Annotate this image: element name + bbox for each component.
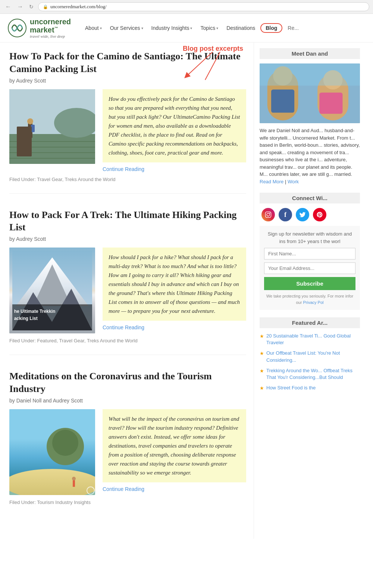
chevron-down-icon: ▾ — [216, 26, 218, 30]
work-with-link[interactable]: Work — [288, 179, 299, 184]
svg-point-25 — [9, 469, 95, 495]
social-icons: f — [260, 208, 360, 221]
svg-point-29 — [72, 477, 76, 480]
url-text: uncorneredmarket.com/blog/ — [50, 4, 107, 10]
twitter-icon[interactable] — [296, 208, 309, 221]
post-body-2: he Ultimate Trekkin acking List How shou… — [9, 248, 246, 333]
svg-point-27 — [52, 430, 78, 456]
nav-industry-insights[interactable]: Industry Insights ▾ — [148, 24, 195, 32]
post-excerpt-2: How should I pack for a hike? What shoul… — [103, 248, 246, 321]
main-content: How To Pack for the Camino de Santiago: … — [0, 43, 254, 539]
svg-point-41 — [269, 213, 270, 214]
svg-text:acking List: acking List — [14, 316, 38, 321]
logo-name: uncornered market™ — [30, 18, 71, 34]
featured-title: Featured Ar... — [260, 317, 360, 328]
pinterest-icon[interactable] — [313, 208, 326, 221]
privacy-link[interactable]: Privacy Pol — [303, 300, 323, 305]
chevron-down-icon: ▾ — [100, 26, 102, 30]
nav-blog[interactable]: Blog — [260, 23, 282, 33]
url-bar[interactable]: 🔒 uncorneredmarket.com/blog/ — [38, 2, 369, 11]
post-image-3 — [9, 409, 95, 495]
instagram-icon[interactable] — [261, 208, 275, 221]
chevron-down-icon: ▾ — [141, 26, 143, 30]
lock-icon: 🔒 — [43, 4, 48, 9]
featured-link-3[interactable]: Trekking Around the Wo... Offbeat Treks … — [266, 367, 360, 381]
star-icon-1: ★ — [260, 333, 264, 339]
post-title-3: Meditations on the Coronavirus and the T… — [9, 370, 246, 395]
featured-item-3: ★ Trekking Around the Wo... Offbeat Trek… — [260, 367, 360, 381]
read-more-link[interactable]: Read More — [260, 179, 283, 184]
svg-rect-5 — [9, 134, 95, 164]
nav-our-services[interactable]: Our Services ▾ — [107, 24, 146, 32]
svg-text:he Ultimate Trekkin: he Ultimate Trekkin — [14, 309, 56, 314]
featured-link-2[interactable]: Our Offbeat Travel List: You're Not Cons… — [266, 350, 360, 363]
post-excerpt-1: How do you effectively pack for the Cami… — [103, 89, 246, 162]
trekking-image: he Ultimate Trekkin acking List — [9, 248, 95, 333]
nav-destinations[interactable]: Destinations — [223, 24, 258, 32]
privacy-text: We take protecting you seriously. For mo… — [264, 293, 355, 305]
sidebar: Meet Dan and — [254, 43, 366, 539]
subscribe-button[interactable]: Subscribe — [264, 277, 355, 290]
star-icon-2: ★ — [260, 351, 264, 356]
post-author-2: by Audrey Scott — [9, 236, 246, 242]
blog-post-2: How to Pack For A Trek: The Ultimate Hik… — [9, 209, 246, 355]
chevron-down-icon: ▾ — [190, 26, 192, 30]
meet-dan-photo — [260, 63, 360, 123]
nav-topics[interactable]: Topics ▾ — [197, 24, 221, 32]
post-excerpt-wrapper-3: What will be the impact of the coronavir… — [103, 409, 246, 495]
post-excerpt-wrapper-1: How do you effectively pack for the Cami… — [103, 89, 246, 172]
meet-dan-text: We are Daniel Noll and Aud... husband-an… — [260, 127, 360, 185]
featured-link-4[interactable]: How Street Food is the — [266, 385, 316, 391]
main-nav: About ▾ Our Services ▾ Industry Insights… — [82, 23, 366, 33]
refresh-button[interactable]: ↻ — [28, 4, 35, 10]
nav-about[interactable]: About ▾ — [82, 24, 105, 32]
post-image-2: he Ultimate Trekkin acking List — [9, 248, 95, 333]
logo-icon — [7, 18, 27, 38]
featured-item-2: ★ Our Offbeat Travel List: You're Not Co… — [260, 350, 360, 363]
post-author-1: by Audrey Scott — [9, 78, 246, 84]
post-title-1: How To Pack for the Camino de Santiago: … — [9, 50, 246, 75]
post-author-3: by Daniel Noll and Audrey Scott — [9, 398, 246, 404]
svg-rect-37 — [319, 93, 342, 114]
post-excerpt-wrapper-2: How should I pack for a hike? What shoul… — [103, 248, 246, 333]
meet-section-title: Meet Dan and — [260, 48, 360, 59]
continue-reading-1[interactable]: Continue Reading — [103, 166, 246, 172]
page-wrapper: How To Pack for the Camino de Santiago: … — [0, 43, 373, 539]
connect-title: Connect Wi... — [260, 193, 360, 203]
email-input[interactable] — [264, 262, 355, 274]
post-title-2: How to Pack For A Trek: The Ultimate Hik… — [9, 209, 246, 234]
svg-point-40 — [267, 213, 270, 216]
featured-link-1[interactable]: 20 Sustainable Travel Ti... Good Global … — [266, 333, 360, 346]
featured-articles-section: Featured Ar... ★ 20 Sustainable Travel T… — [260, 317, 360, 391]
featured-item-1: ★ 20 Sustainable Travel Ti... Good Globa… — [260, 333, 360, 346]
logo-tagline: travel wide, live deep — [30, 34, 71, 38]
star-icon-3: ★ — [260, 368, 264, 374]
logo-text: uncornered market™ travel wide, live dee… — [30, 18, 71, 38]
svg-rect-34 — [271, 90, 294, 113]
filed-under-link-2[interactable]: Featured, Travel Gear, Treks Around the … — [37, 338, 137, 343]
first-name-input[interactable] — [264, 248, 355, 259]
filed-under-1: Filed Under: Travel Gear, Treks Around t… — [9, 177, 246, 182]
post-excerpt-3: What will be the impact of the coronavir… — [103, 409, 246, 482]
continue-reading-3[interactable]: Continue Reading — [103, 486, 246, 492]
logo-area[interactable]: uncornered market™ travel wide, live dee… — [7, 18, 71, 38]
filed-under-2: Filed Under: Featured, Travel Gear, Trek… — [9, 338, 246, 343]
coronavirus-image — [9, 409, 95, 495]
svg-rect-28 — [73, 480, 75, 487]
newsletter-text: Sign up for newsletter with wisdom and i… — [264, 230, 355, 245]
meet-dan-section: Meet Dan and — [260, 48, 360, 185]
continue-reading-2[interactable]: Continue Reading — [103, 324, 246, 330]
back-button[interactable]: ← — [4, 3, 13, 10]
svg-point-13 — [27, 118, 33, 124]
svg-rect-39 — [266, 212, 271, 218]
browser-toolbar: ← → ↻ 🔒 uncorneredmarket.com/blog/ — [0, 0, 373, 14]
filed-under-link-1[interactable]: Travel Gear, Treks Around the World — [37, 177, 115, 182]
facebook-icon[interactable]: f — [279, 208, 292, 221]
forward-button[interactable]: → — [16, 3, 25, 10]
connect-section: Connect Wi... f Sign up for newsletter w… — [260, 193, 360, 310]
blog-post-3: Meditations on the Coronavirus and the T… — [9, 370, 246, 516]
nav-register[interactable]: Re... — [285, 24, 302, 32]
featured-item-4: ★ How Street Food is the — [260, 385, 360, 391]
post-body-1: How do you effectively pack for the Cami… — [9, 89, 246, 172]
filed-under-link-3[interactable]: Tourism Industry Insights — [37, 500, 91, 505]
